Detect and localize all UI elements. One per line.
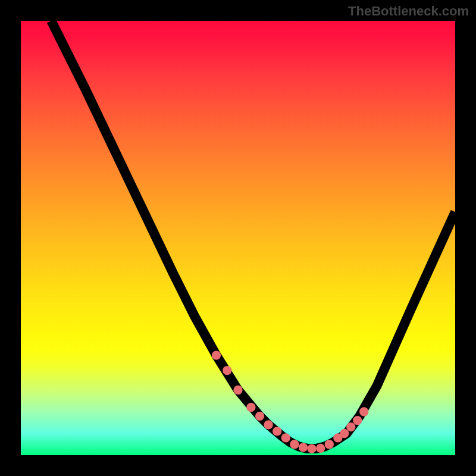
marker-dot (255, 412, 264, 421)
marker-dot (273, 427, 281, 436)
marker-dot (307, 444, 316, 453)
plot-area (21, 21, 455, 455)
marker-dot (233, 386, 242, 394)
marker-dot (359, 407, 368, 416)
marker-dot (346, 422, 355, 431)
chart-container: TheBottleneck.com (0, 0, 476, 476)
marker-dot (223, 366, 231, 375)
marker-dot (340, 429, 349, 438)
marker-dot (316, 444, 325, 453)
marker-dot (353, 416, 362, 425)
marker-dot (281, 433, 290, 442)
marker-dot (299, 443, 308, 452)
chart-svg (21, 21, 455, 455)
marker-dot (264, 420, 273, 429)
marker-dot (290, 440, 299, 449)
marker-dots (212, 350, 369, 453)
watermark-text: TheBottleneck.com (348, 4, 469, 19)
marker-dot (246, 403, 255, 412)
curve-layer (21, 21, 455, 455)
bottleneck-curve (51, 21, 455, 449)
marker-dot (212, 350, 221, 359)
marker-dot (325, 440, 334, 449)
